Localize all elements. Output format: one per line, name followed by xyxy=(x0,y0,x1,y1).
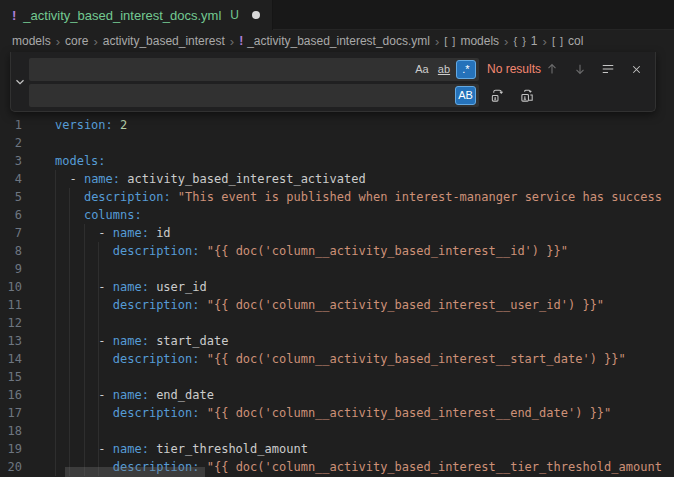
editor-tab[interactable]: ! _activity_based_interest_docs.yml U xyxy=(0,0,273,30)
line-number: 18 xyxy=(0,422,22,440)
next-match-button[interactable] xyxy=(569,58,591,80)
symbol-icon: [ ] xyxy=(552,35,564,47)
symbol-icon: [ ] xyxy=(444,35,456,47)
code-text: description: "{{ doc('column__activity_b… xyxy=(55,404,611,422)
code-text: columns: xyxy=(55,206,142,224)
line-number: 11 xyxy=(0,296,22,314)
code-line[interactable]: 14 description: "{{ doc('column__activit… xyxy=(0,350,674,368)
code-line[interactable]: 3models: xyxy=(0,152,674,170)
code-text: description: "{{ doc('column__activity_b… xyxy=(55,296,604,314)
yaml-exclamation-icon: ! xyxy=(239,34,243,48)
line-number: 17 xyxy=(0,404,22,422)
line-number: 5 xyxy=(0,188,22,206)
breadcrumb-label: models xyxy=(460,34,499,48)
preserve-case-toggle[interactable]: AB xyxy=(455,86,476,105)
breadcrumb-item[interactable]: activity_based_interest xyxy=(103,34,225,48)
line-number: 20 xyxy=(0,458,22,476)
replace-input[interactable]: - name: $1\n description: "{{ doc('colum… xyxy=(29,84,479,107)
breadcrumb-label: models xyxy=(12,34,51,48)
breadcrumb-label: _activity_based_interest_docs.yml xyxy=(247,34,430,48)
code-line[interactable]: 2 xyxy=(0,134,674,152)
breadcrumb-item[interactable]: core xyxy=(65,34,88,48)
line-number: 9 xyxy=(0,260,22,278)
breadcrumb-item[interactable]: models xyxy=(12,34,51,48)
line-number: 10 xyxy=(0,278,22,296)
breadcrumb-item[interactable]: [ ]models xyxy=(444,34,499,48)
replace-button[interactable] xyxy=(487,84,509,106)
find-in-selection-icon xyxy=(601,62,615,76)
line-number: 8 xyxy=(0,242,22,260)
replace-icon xyxy=(490,88,505,103)
code-text: description: "{{ doc('column__activity_b… xyxy=(55,350,626,368)
regex-toggle[interactable]: .* xyxy=(456,60,476,79)
code-text: models: xyxy=(55,152,106,170)
arrow-up-icon xyxy=(545,62,559,76)
code-line[interactable]: 5 description: "This event is published … xyxy=(0,188,674,206)
breadcrumb-separator: › xyxy=(504,34,508,49)
breadcrumb-separator: › xyxy=(56,34,60,49)
code-line[interactable]: 13 - name: start_date xyxy=(0,332,674,350)
close-find-widget-button[interactable] xyxy=(625,58,647,80)
code-text: - name: tier_threshold_amount xyxy=(55,440,308,458)
breadcrumb-item[interactable]: [ ]col xyxy=(552,34,584,48)
arrow-down-icon xyxy=(573,62,587,76)
code-line[interactable]: 12 xyxy=(0,314,674,332)
line-number: 12 xyxy=(0,314,22,332)
previous-match-button[interactable] xyxy=(541,58,563,80)
code-line[interactable]: 7 - name: id xyxy=(0,224,674,242)
toggle-replace-button[interactable] xyxy=(11,52,29,111)
match-case-toggle[interactable]: Aa xyxy=(412,60,432,79)
tab-filename: _activity_based_interest_docs.yml xyxy=(23,8,221,23)
line-number: 16 xyxy=(0,386,22,404)
line-number: 2 xyxy=(0,134,22,152)
code-line[interactable]: 19 - name: tier_threshold_amount xyxy=(0,440,674,458)
code-region: 1version: 223models:4 - name: activity_b… xyxy=(0,52,674,476)
vscode-window: ! _activity_based_interest_docs.yml U mo… xyxy=(0,0,674,477)
line-number: 3 xyxy=(0,152,22,170)
horizontal-scrollbar[interactable] xyxy=(65,467,205,477)
line-number: 1 xyxy=(0,116,22,134)
symbol-icon: { } xyxy=(513,35,526,47)
breadcrumb-separator: › xyxy=(543,34,547,49)
code-line[interactable]: 15 xyxy=(0,368,674,386)
yaml-exclamation-icon: ! xyxy=(12,8,16,23)
code-text: - name: activity_based_interest_activate… xyxy=(55,170,366,188)
code-line[interactable]: 18 xyxy=(0,422,674,440)
breadcrumb-separator: › xyxy=(435,34,439,49)
line-number: 15 xyxy=(0,368,22,386)
find-results-status: No results xyxy=(487,62,541,76)
code-text: - name: user_id xyxy=(55,278,207,296)
modified-indicator-dot[interactable] xyxy=(252,11,260,19)
code-line[interactable]: 10 - name: user_id xyxy=(0,278,674,296)
code-text: - name: id xyxy=(55,224,171,242)
line-number: 4 xyxy=(0,170,22,188)
find-in-selection-button[interactable] xyxy=(597,58,619,80)
replace-all-icon xyxy=(520,88,535,103)
tab-bar: ! _activity_based_interest_docs.yml U xyxy=(0,0,674,30)
line-number: 6 xyxy=(0,206,22,224)
code-line[interactable]: 16 - name: end_date xyxy=(0,386,674,404)
code-editor[interactable]: 1version: 223models:4 - name: activity_b… xyxy=(0,52,674,477)
code-text: - name: end_date xyxy=(55,386,214,404)
breadcrumb-item[interactable]: { }1 xyxy=(513,34,537,48)
code-line[interactable]: 8 description: "{{ doc('column__activity… xyxy=(0,242,674,260)
code-line[interactable]: 1version: 2 xyxy=(0,116,674,134)
code-text: description: "{{ doc('column__activity_b… xyxy=(55,242,568,260)
line-number: 7 xyxy=(0,224,22,242)
code-line[interactable]: 9 xyxy=(0,260,674,278)
breadcrumb-label: 1 xyxy=(531,34,538,48)
git-untracked-badge: U xyxy=(230,8,239,22)
code-line[interactable]: 4 - name: activity_based_interest_activa… xyxy=(0,170,674,188)
breadcrumb-item[interactable]: !_activity_based_interest_docs.yml xyxy=(239,34,430,48)
breadcrumb-label: col xyxy=(568,34,583,48)
replace-all-button[interactable] xyxy=(517,84,539,106)
whole-word-toggle[interactable]: ab xyxy=(434,60,454,79)
code-text: - name: start_date xyxy=(55,332,228,350)
line-number: 14 xyxy=(0,350,22,368)
find-replace-widget: \s{6}- name: (.*)\n description: "" Aa a… xyxy=(10,52,656,112)
code-line[interactable]: 17 description: "{{ doc('column__activit… xyxy=(0,404,674,422)
code-line[interactable]: 6 columns: xyxy=(0,206,674,224)
code-line[interactable]: 11 description: "{{ doc('column__activit… xyxy=(0,296,674,314)
code-text: version: 2 xyxy=(55,116,127,134)
find-input[interactable]: \s{6}- name: (.*)\n description: "" Aa a… xyxy=(29,58,479,81)
